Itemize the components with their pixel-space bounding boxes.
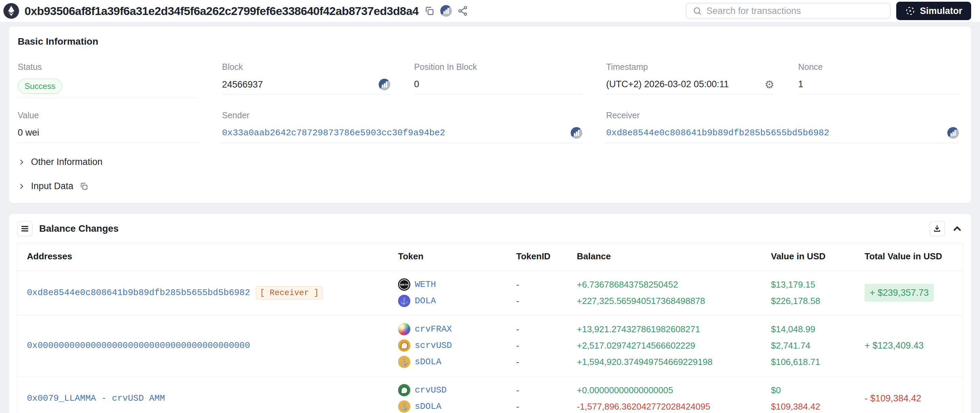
basic-information-card: Basic Information Status Success Block 2… <box>9 27 971 203</box>
usd-value: $14,048.99 <box>771 324 815 335</box>
position-label: Position In Block <box>414 62 582 72</box>
balance-change-value: +13,921.274327861982608271 <box>577 324 700 335</box>
table-row: 0x0079_LLAMMA - crvUSD AMM crvUSD sDOLA … <box>18 376 963 413</box>
token-link[interactable]: crvUSD <box>415 385 447 395</box>
app-logo[interactable] <box>3 3 19 19</box>
top-bar: 0xb93506af8f1a39f6a31e2d34f5f6a262c2799f… <box>0 0 980 22</box>
timestamp-label: Timestamp <box>606 62 774 72</box>
table-row: 0xd8e8544e0c808641b9b89dfb285b5655bd5b69… <box>18 271 963 316</box>
scrvusd-token-icon <box>398 340 410 352</box>
balance-change-value: +2,517.029742714566602229 <box>577 340 695 351</box>
search-input[interactable] <box>706 6 884 16</box>
balance-changes-card: Balance Changes Addresses Token TokenID … <box>9 214 971 413</box>
usd-value: $109,384.42 <box>771 402 820 412</box>
timezone-settings-icon[interactable]: ⚙ <box>764 79 774 90</box>
receiver-badge: [ Receiver ] <box>256 286 323 300</box>
sender-label: Sender <box>222 110 582 120</box>
usd-value: $106,618.71 <box>771 357 820 367</box>
total-value-usd: + $123,409.43 <box>865 340 923 351</box>
token-link[interactable]: DOLA <box>415 296 436 306</box>
token-id-value: - <box>516 279 519 290</box>
address-link[interactable]: 0x00000000000000000000000000000000000000… <box>27 340 250 351</box>
col-balance: Balance <box>577 251 771 262</box>
copy-input-data-icon[interactable] <box>80 182 89 191</box>
total-value-usd: + $239,357.73 <box>865 284 934 301</box>
total-value-usd: - $109,384.42 <box>865 393 921 403</box>
balance-change-value: +0.00000000000000005 <box>577 385 673 395</box>
balance-changes-title: Balance Changes <box>39 223 118 234</box>
block-value: 24566937 <box>222 80 263 90</box>
nonce-value: 1 <box>798 79 803 89</box>
value-label: Value <box>18 110 198 120</box>
share-icon[interactable] <box>457 5 468 16</box>
field-status: Status Success <box>18 62 222 98</box>
balance-change-value: -1,577,896.362042772028424095 <box>577 402 710 412</box>
chevron-right-icon <box>18 183 25 190</box>
usd-value: $226,178.58 <box>771 296 820 306</box>
metasleuth-sender-icon[interactable] <box>571 127 582 139</box>
receiver-address-link[interactable]: 0xd8e8544e0c808641b9b89dfb285b5655bd5b69… <box>606 128 829 138</box>
transaction-hash: 0xb93506af8f1a39f6a31e2d34f5f6a262c2799f… <box>24 5 418 18</box>
usd-value: $2,741.74 <box>771 340 810 351</box>
menu-icon[interactable] <box>17 221 33 236</box>
input-data-toggle[interactable]: Input Data <box>18 181 962 191</box>
token-link[interactable]: WETH <box>415 279 436 290</box>
col-token-id: TokenID <box>516 251 577 262</box>
weth-token-icon <box>398 278 410 291</box>
nonce-label: Nonce <box>798 62 959 72</box>
status-label: Status <box>18 62 198 72</box>
balance-change-value: +6.736786843758250452 <box>577 279 678 290</box>
crvfrax-token-icon <box>398 323 410 335</box>
block-label: Block <box>222 62 390 72</box>
timestamp-value: (UTC+2) 2026-03-02 05:00:11 <box>606 79 729 89</box>
chevron-right-icon <box>18 158 25 166</box>
simulator-icon <box>905 6 915 16</box>
receiver-label: Receiver <box>606 110 959 120</box>
table-header-row: Addresses Token TokenID Balance Value in… <box>18 243 963 271</box>
crvusd-token-icon <box>398 384 410 396</box>
balance-change-value: +227,325.565940517368498878 <box>577 296 705 306</box>
token-id-value: - <box>516 324 519 335</box>
simulator-label: Simulator <box>920 6 962 16</box>
search-box[interactable] <box>686 3 891 19</box>
metasleuth-icon[interactable] <box>440 5 452 17</box>
balance-changes-table: Addresses Token TokenID Balance Value in… <box>17 242 963 413</box>
token-link[interactable]: scrvUSD <box>415 340 452 351</box>
token-link[interactable]: sDOLA <box>415 402 441 411</box>
other-information-toggle[interactable]: Other Information <box>18 157 962 167</box>
balance-change-value: +1,594,920.374949754669229198 <box>577 357 712 367</box>
field-value: Value 0 wei <box>18 110 222 143</box>
token-id-value: - <box>516 402 519 412</box>
token-link[interactable]: sDOLA <box>415 357 441 367</box>
field-timestamp: Timestamp (UTC+2) 2026-03-02 05:00:11 ⚙ <box>606 62 798 98</box>
col-value-usd: Value in USD <box>771 251 865 262</box>
token-id-value: - <box>516 385 519 395</box>
sender-address-link[interactable]: 0x33a0aab2642c78729873786e5903cc30f9a94b… <box>222 128 445 138</box>
sdola-token-icon <box>398 356 410 368</box>
field-block: Block 24566937 <box>222 62 414 98</box>
dola-token-icon <box>398 295 410 307</box>
simulator-button[interactable]: Simulator <box>896 2 971 20</box>
copy-hash-icon[interactable] <box>424 5 435 16</box>
download-icon[interactable] <box>929 221 945 236</box>
value-value: 0 wei <box>18 128 39 138</box>
usd-value: $0 <box>771 385 781 395</box>
token-link[interactable]: crvFRAX <box>415 324 452 334</box>
metasleuth-receiver-icon[interactable] <box>947 127 959 139</box>
position-value: 0 <box>414 79 419 89</box>
metasleuth-block-icon[interactable] <box>379 79 390 90</box>
field-position-in-block: Position In Block 0 <box>414 62 606 98</box>
address-link[interactable]: 0x0079_LLAMMA - crvUSD AMM <box>27 393 165 403</box>
table-row: 0x00000000000000000000000000000000000000… <box>18 316 963 376</box>
sdola-token-icon <box>398 400 410 413</box>
other-information-label: Other Information <box>31 157 102 167</box>
usd-value: $13,179.15 <box>771 279 815 290</box>
col-total-value-usd: Total Value in USD <box>865 251 963 262</box>
address-link[interactable]: 0xd8e8544e0c808641b9b89dfb285b5655bd5b69… <box>27 288 250 298</box>
token-id-value: - <box>516 340 519 351</box>
field-nonce: Nonce 1 <box>798 62 962 98</box>
search-icon <box>693 6 702 16</box>
basic-information-title: Basic Information <box>18 36 962 47</box>
field-sender: Sender 0x33a0aab2642c78729873786e5903cc3… <box>222 110 606 143</box>
collapse-section-icon[interactable] <box>951 223 963 234</box>
